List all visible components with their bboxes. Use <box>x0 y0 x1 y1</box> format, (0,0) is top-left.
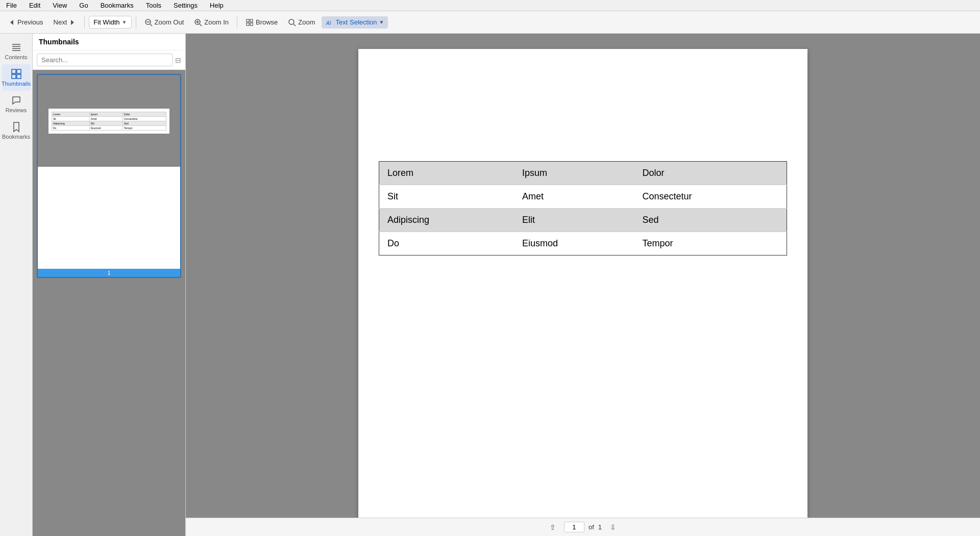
menu-help[interactable]: Help <box>208 1 226 10</box>
zoom-in-label: Zoom In <box>204 18 229 26</box>
toolbar: Previous Next Fit Width ▼ Zoom Out Zoom … <box>0 11 980 34</box>
browse-label: Browse <box>256 18 278 26</box>
svg-point-13 <box>289 19 294 24</box>
menu-file[interactable]: File <box>4 1 19 10</box>
browse-button[interactable]: Browse <box>241 16 282 29</box>
text-selection-arrow: ▼ <box>379 19 384 25</box>
table-cell[interactable]: Eiusmod <box>514 232 634 256</box>
thumbnails-container: LoremIpsumDolor SitAmetConsectetur Adipi… <box>33 70 185 536</box>
search-input[interactable] <box>37 54 173 66</box>
page-number-input[interactable] <box>564 522 584 532</box>
svg-line-4 <box>150 24 152 26</box>
zoom-button[interactable]: Zoom <box>284 16 319 29</box>
sidebar: Thumbnails ⊟ LoremIpsumDolor SitAmetCons… <box>33 34 186 536</box>
separator-1 <box>84 16 85 29</box>
table-cell[interactable]: Sit <box>379 185 514 209</box>
thumbnail-top-section: LoremIpsumDolor SitAmetConsectetur Adipi… <box>38 75 180 167</box>
thumbnails-btn[interactable]: Thumbnails <box>2 64 31 91</box>
thumbnail-page-1[interactable]: LoremIpsumDolor SitAmetConsectetur Adipi… <box>37 74 181 278</box>
prev-button[interactable]: Previous <box>4 16 47 28</box>
table-cell[interactable]: Amet <box>514 185 634 209</box>
reviews-icon <box>11 95 22 106</box>
menu-view[interactable]: View <box>51 1 69 10</box>
svg-rect-23 <box>17 74 21 79</box>
prev-label: Previous <box>17 18 43 26</box>
table-cell[interactable]: Do <box>379 232 514 256</box>
table-cell[interactable]: Tempor <box>634 232 787 256</box>
thumbnail-bottom-white <box>38 167 180 269</box>
svg-line-14 <box>293 24 296 26</box>
svg-rect-10 <box>250 19 253 22</box>
icon-panel: Contents Thumbnails Reviews Bookmarks <box>0 34 33 536</box>
table-row: Lorem Ipsum Dolor <box>379 162 787 185</box>
svg-rect-21 <box>17 69 21 73</box>
table-row: Do Eiusmod Tempor <box>379 232 787 256</box>
page-area: Lorem Ipsum Dolor Sit Amet Consectetur A… <box>186 34 980 518</box>
fit-width-label: Fit Width <box>93 18 119 26</box>
table-cell[interactable]: Ipsum <box>514 162 634 185</box>
svg-line-8 <box>200 24 202 26</box>
menu-edit[interactable]: Edit <box>27 1 42 10</box>
table-row: Sit Amet Consectetur <box>379 185 787 209</box>
pdf-page: Lorem Ipsum Dolor Sit Amet Consectetur A… <box>358 49 807 518</box>
page-of-label: of <box>589 523 594 531</box>
contents-btn[interactable]: Contents <box>2 38 31 64</box>
next-icon <box>69 19 76 26</box>
svg-text:AI: AI <box>326 20 331 26</box>
next-button[interactable]: Next <box>50 16 81 28</box>
next-page-button[interactable]: ⇩ <box>606 521 620 533</box>
zoom-in-icon <box>194 18 202 27</box>
sidebar-title: Thumbnails <box>33 34 185 50</box>
svg-rect-20 <box>12 69 16 73</box>
table-cell[interactable]: Dolor <box>634 162 787 185</box>
total-pages-label: 1 <box>598 523 602 531</box>
menu-settings[interactable]: Settings <box>172 1 200 10</box>
reviews-btn[interactable]: Reviews <box>2 91 31 117</box>
pdf-table: Lorem Ipsum Dolor Sit Amet Consectetur A… <box>379 161 787 256</box>
prev-page-button[interactable]: ⇧ <box>546 521 560 533</box>
thumbnail-page-label: 1 <box>38 269 180 277</box>
table-cell[interactable]: Sed <box>634 209 787 232</box>
table-cell[interactable]: Adipiscing <box>379 209 514 232</box>
thumbnails-icon <box>11 68 22 80</box>
ai-text-icon: AI <box>326 18 334 27</box>
zoom-label: Zoom <box>298 18 315 26</box>
svg-marker-1 <box>71 20 74 25</box>
zoom-out-label: Zoom Out <box>155 18 184 26</box>
prev-icon <box>8 19 15 26</box>
menu-bookmarks[interactable]: Bookmarks <box>99 1 136 10</box>
svg-rect-22 <box>12 74 16 79</box>
next-label: Next <box>54 18 67 26</box>
zoom-icon <box>288 18 296 27</box>
fit-width-arrow: ▼ <box>122 19 127 25</box>
separator-3 <box>237 16 237 29</box>
table-row: Adipiscing Elit Sed <box>379 209 787 232</box>
separator-2 <box>136 16 136 29</box>
bookmarks-label: Bookmarks <box>2 134 30 140</box>
menu-go[interactable]: Go <box>77 1 90 10</box>
sidebar-search-bar: ⊟ <box>33 50 185 70</box>
text-selection-label: Text Selection <box>336 18 377 26</box>
svg-rect-11 <box>247 23 249 25</box>
text-selection-button[interactable]: AI Text Selection ▼ <box>322 16 388 29</box>
zoom-in-button[interactable]: Zoom In <box>190 16 233 29</box>
bottom-bar: ⇧ of 1 ⇩ <box>186 518 980 536</box>
svg-rect-9 <box>247 19 249 22</box>
bookmarks-icon <box>11 121 22 133</box>
menu-tools[interactable]: Tools <box>144 1 163 10</box>
main-layout: Contents Thumbnails Reviews Bookmarks Th… <box>0 34 980 536</box>
table-cell[interactable]: Lorem <box>379 162 514 185</box>
zoom-out-icon <box>144 18 153 27</box>
table-cell[interactable]: Elit <box>514 209 634 232</box>
filter-icon[interactable]: ⊟ <box>175 56 181 64</box>
table-cell[interactable]: Consectetur <box>634 185 787 209</box>
menubar: File Edit View Go Bookmarks Tools Settin… <box>0 0 980 11</box>
bookmarks-btn[interactable]: Bookmarks <box>2 117 31 144</box>
browse-icon <box>246 18 254 27</box>
zoom-out-button[interactable]: Zoom Out <box>140 16 188 29</box>
contents-icon <box>11 42 22 53</box>
reviews-label: Reviews <box>6 107 27 113</box>
fit-width-select[interactable]: Fit Width ▼ <box>89 16 131 29</box>
thumbnails-label: Thumbnails <box>2 81 31 87</box>
contents-label: Contents <box>5 54 27 60</box>
